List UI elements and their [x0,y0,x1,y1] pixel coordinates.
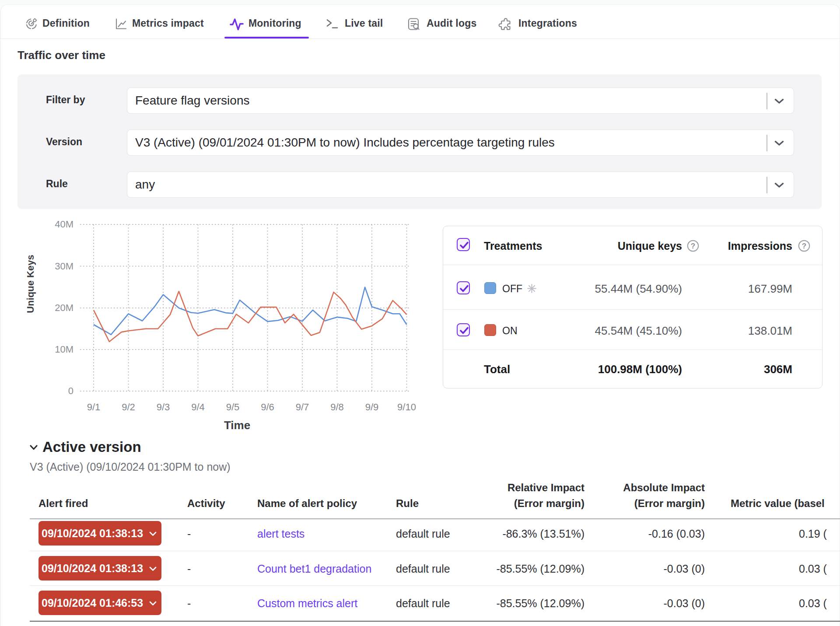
svg-text:9/9: 9/9 [365,402,379,413]
svg-text:9/8: 9/8 [330,402,344,413]
svg-text:20M: 20M [55,302,74,313]
svg-text:9/5: 9/5 [226,402,240,413]
svg-text:Unique Keys: Unique Keys [25,255,36,313]
svg-text:10M: 10M [55,344,74,355]
svg-text:0: 0 [68,385,74,396]
svg-text:9/6: 9/6 [261,402,274,413]
svg-text:Time: Time [224,419,250,432]
svg-text:40M: 40M [55,219,74,230]
svg-text:9/2: 9/2 [122,402,135,413]
svg-text:30M: 30M [55,261,74,272]
svg-text:9/7: 9/7 [296,402,309,413]
svg-text:9/4: 9/4 [191,402,205,413]
svg-text:?: ? [691,242,695,250]
svg-text:?: ? [802,242,806,250]
svg-text:9/10: 9/10 [397,402,416,413]
svg-text:9/3: 9/3 [157,402,170,413]
svg-text:9/1: 9/1 [87,402,101,413]
